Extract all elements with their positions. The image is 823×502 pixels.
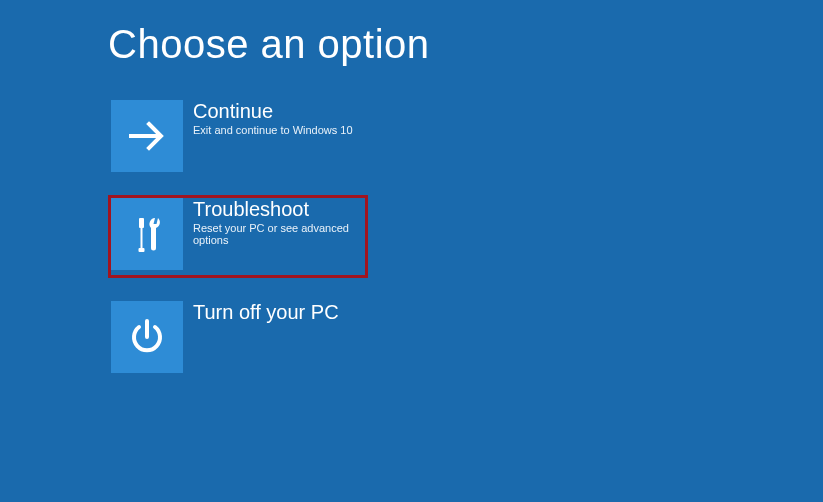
- options-list: Continue Exit and continue to Windows 10: [0, 67, 823, 376]
- page-title: Choose an option: [0, 0, 823, 67]
- power-icon: [125, 315, 169, 359]
- option-troubleshoot-subtitle: Reset your PC or see advanced options: [193, 222, 360, 246]
- svg-rect-3: [139, 248, 145, 252]
- option-continue-subtitle: Exit and continue to Windows 10: [193, 124, 353, 136]
- svg-rect-2: [141, 228, 143, 248]
- troubleshoot-tile: [111, 198, 183, 270]
- continue-tile: [111, 100, 183, 172]
- option-troubleshoot-text: Troubleshoot Reset your PC or see advanc…: [183, 198, 360, 246]
- option-continue-text: Continue Exit and continue to Windows 10: [183, 100, 353, 136]
- arrow-right-icon: [125, 114, 169, 158]
- option-poweroff-text: Turn off your PC: [183, 301, 339, 323]
- option-troubleshoot[interactable]: Troubleshoot Reset your PC or see advanc…: [108, 195, 368, 278]
- option-continue-title: Continue: [193, 100, 353, 122]
- option-continue[interactable]: Continue Exit and continue to Windows 10: [108, 97, 368, 175]
- svg-rect-1: [139, 218, 144, 228]
- option-poweroff-title: Turn off your PC: [193, 301, 339, 323]
- poweroff-tile: [111, 301, 183, 373]
- tools-icon: [125, 212, 169, 256]
- option-poweroff[interactable]: Turn off your PC: [108, 298, 368, 376]
- option-troubleshoot-title: Troubleshoot: [193, 198, 360, 220]
